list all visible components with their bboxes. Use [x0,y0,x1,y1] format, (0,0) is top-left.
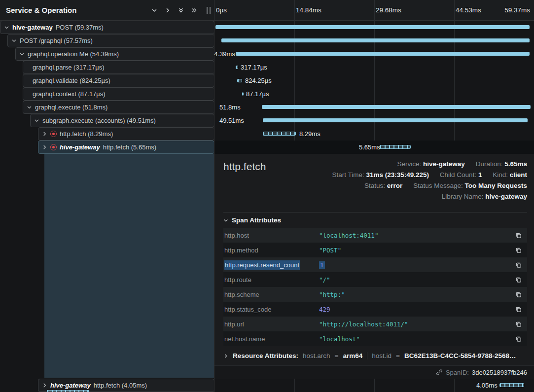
bar-duration-label: 317.17µs [241,61,267,74]
span-tree-item[interactable]: graphql.validate (824.25µs) [23,74,214,87]
chevron-right-icon[interactable] [42,383,47,388]
ruler-tick: 0µs [216,0,227,21]
attr-key: http.method [224,247,319,254]
span-operation: graphql.validate (824.25µs) [33,77,110,84]
double-chevron-down-icon[interactable] [178,7,184,13]
span-row: POST /graphql (57.57ms) [0,34,534,47]
span-tree-item[interactable]: graphql.operation Me (54.39ms) [15,47,214,61]
equals-sign: = [335,352,339,359]
span-tree-item-selected[interactable]: hive-gateway http.fetch (5.65ms) [38,141,214,154]
span-bar[interactable] [236,66,238,69]
copy-icon[interactable] [515,321,522,328]
chevron-right-icon[interactable] [42,144,47,150]
bar-duration-label: 5.65ms [359,141,380,154]
copy-icon[interactable] [515,291,522,298]
span-bar[interactable] [380,145,411,149]
attr-row: http.scheme "http:" [223,287,527,302]
span-bar[interactable] [242,92,244,96]
link-icon[interactable] [436,369,443,376]
resource-attributes-toggle[interactable]: Resource Attributes: host.arch = arm64 h… [223,352,527,359]
span-row: http.fetch (8.29ms) 8.29ms [0,127,534,141]
bar-duration-label: 87.17µs [246,87,269,101]
resource-attr-value: arm64 [343,352,362,359]
span-operation: graphql.operation Me (54.39ms) [28,50,119,58]
chevron-down-icon[interactable] [34,118,39,123]
chevron-down-icon[interactable] [19,51,25,57]
span-operation: http.fetch (5.65ms) [103,143,156,151]
span-tree-item[interactable]: subgraph.execute (accounts) (49.51ms) [30,114,214,127]
chevron-right-icon[interactable] [165,7,171,13]
panel-divider[interactable] [214,0,214,392]
chevron-down-icon[interactable] [151,7,157,13]
attr-value: "/" [319,276,515,284]
tree-panel-body [0,154,214,379]
chevron-down-icon[interactable] [11,38,17,43]
span-operation: http.fetch (4.05ms) [94,382,147,389]
span-detail-panel: http.fetch Service: hive-gateway Duratio… [214,154,534,379]
attr-value: 429 [319,306,515,313]
attr-key: http.url [224,321,319,328]
span-bar[interactable] [262,105,531,109]
span-row: graphql.parse (317.17µs) 317.17µs [0,61,534,74]
span-tree-item[interactable]: http.fetch (8.29ms) [38,127,214,141]
attr-key: http.route [224,276,319,284]
bar-duration-label: 51.8ms [219,101,241,114]
span-tree-item[interactable]: hive-gateway POST (59.37ms) [0,21,214,34]
copy-icon[interactable] [515,232,522,239]
span-row: graphql.validate (824.25µs) 824.25µs [0,74,534,87]
bar-duration-label: 49.51ms [219,114,244,127]
selected-subtree-highlight [44,154,214,378]
span-bar[interactable] [263,118,528,122]
span-tree-item[interactable]: graphql.context (87.17µs) [23,87,214,101]
span-bar[interactable] [499,383,524,387]
span-row: subgraph.execute (accounts) (49.51ms) 49… [0,114,534,127]
span-meta: Service: hive-gateway Duration: 5.65ms S… [332,159,527,202]
attr-value: "localhost" [319,335,515,343]
error-status-icon [50,144,57,150]
copy-icon[interactable] [515,261,522,269]
resource-attr-value: BC62E13B-C4CC-5854-9788-2568… [404,352,516,359]
span-tree-item[interactable]: POST /graphql (57.57ms) [7,34,214,47]
span-tree-item[interactable]: graphql.parse (317.17µs) [23,61,214,74]
partial-span-bar [47,390,89,392]
chevron-down-icon[interactable] [4,25,9,30]
span-attributes-toggle[interactable]: Span Attributes [223,216,281,224]
copy-icon[interactable] [515,306,522,313]
attr-row: http.method "POST" [223,243,527,257]
span-service: hive-gateway [12,24,53,31]
attr-value: "POST" [319,247,515,254]
span-bar[interactable] [237,79,242,82]
span-service: hive-gateway [60,143,100,151]
chevron-down-icon[interactable] [27,105,32,110]
attr-row: http.route "/" [223,272,527,287]
attr-row: http.url "http://localhost:4011/" [223,317,527,331]
resource-attr-key: host.id [372,352,392,359]
attr-row: net.host.name "localhost" [223,331,527,346]
attr-value: "http:" [319,291,515,298]
double-chevron-right-icon[interactable] [191,7,197,13]
span-operation: POST /graphql (57.57ms) [20,37,93,44]
copy-icon[interactable] [515,247,522,254]
span-bar[interactable] [215,25,530,29]
span-bar[interactable] [221,38,530,42]
span-operation: graphql.parse (317.17µs) [33,64,105,71]
divider [223,212,527,213]
span-operation: graphql.execute (51.8ms) [35,104,107,111]
span-operation: POST (59.37ms) [56,24,104,31]
divider [367,352,367,359]
span-bar[interactable] [263,132,296,136]
copy-icon[interactable] [515,276,522,284]
chevron-right-icon[interactable] [42,131,47,137]
span-tree-item[interactable]: graphql.execute (51.8ms) [23,101,214,114]
error-status-icon [50,131,57,137]
span-bar[interactable] [236,52,530,56]
attr-key: http.scheme [224,291,319,298]
copy-icon[interactable] [515,335,522,343]
ruler-tick: 14.84ms [296,0,321,21]
attr-value: "localhost:4011" [319,232,515,239]
panel-resize-handle[interactable] [207,7,211,14]
timeline-gridline [454,379,455,392]
span-id-label: SpanID: [446,369,469,376]
chevron-down-icon [223,218,228,223]
attr-value: 1 [319,261,515,269]
